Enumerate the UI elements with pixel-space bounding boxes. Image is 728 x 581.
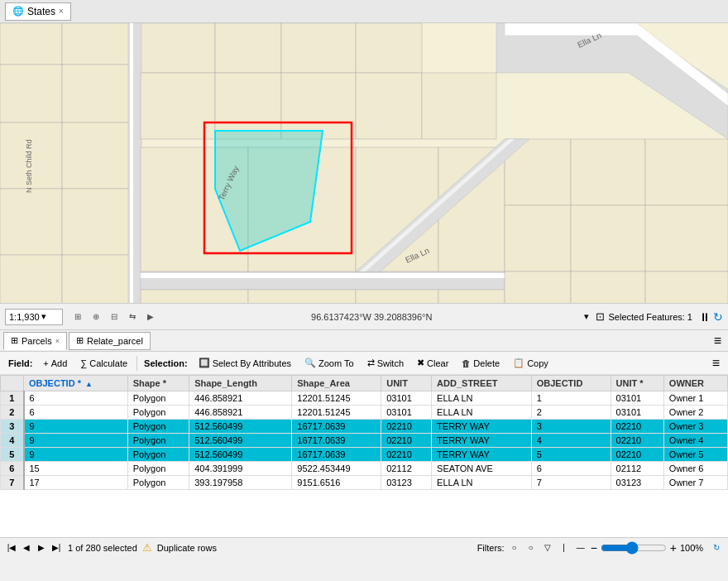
table-row[interactable]: 615Polygon404.3919999522.45344902112SEAT…	[1, 462, 728, 476]
parcels-table-icon: ⊞	[11, 335, 18, 346]
attribute-table[interactable]: OBJECTID * ▲ Shape * Shape_Length Shape_…	[0, 375, 728, 537]
svg-rect-37	[645, 139, 728, 205]
svg-rect-7	[356, 23, 422, 73]
clear-icon: ✖	[417, 358, 424, 368]
cell-unit: 02210	[381, 448, 432, 462]
filter-icon-3[interactable]: ▽	[541, 541, 554, 555]
col-header-shape[interactable]: Shape *	[127, 376, 189, 391]
zoom-to-label: Zoom To	[318, 358, 354, 368]
cell-street: TERRY WAY	[432, 434, 532, 448]
svg-rect-38	[505, 205, 571, 271]
cell-length: 512.560499	[189, 448, 292, 462]
clear-label: Clear	[427, 358, 448, 368]
cell-oid: 9	[24, 420, 128, 434]
col-header-oid[interactable]: OBJECTID * ▲	[24, 376, 128, 391]
table-row[interactable]: 59Polygon512.56049916717.063902210TERRY …	[1, 448, 728, 462]
zoom-plus[interactable]: +	[670, 541, 677, 555]
zoom-slider[interactable]	[601, 542, 667, 554]
pause-icon[interactable]: ⏸	[699, 310, 711, 324]
cell-unit2: 03123	[611, 476, 663, 490]
control-btns: ⏸ ↻	[699, 310, 723, 324]
last-record-icon[interactable]: ▶|	[50, 541, 63, 555]
cell-oid2: 3	[531, 420, 611, 434]
copy-label: Copy	[527, 358, 548, 368]
table-row[interactable]: 16Polygon446.85892112201.5124503101ELLA …	[1, 391, 728, 406]
duplicate-rows-label: Duplicate rows	[157, 543, 217, 553]
toolbar-menu[interactable]: ≡	[709, 356, 723, 371]
first-record-icon[interactable]: |◀	[5, 541, 18, 555]
prev-record-icon[interactable]: ◀	[20, 541, 33, 555]
filter-icon-5[interactable]: —	[574, 541, 587, 555]
filter-icon-1[interactable]: ○	[508, 541, 521, 555]
col-header-unit[interactable]: UNIT	[381, 376, 432, 391]
zoom-minus[interactable]: −	[591, 541, 597, 555]
cell-shape: Polygon	[127, 434, 189, 448]
clear-button[interactable]: ✖ Clear	[411, 354, 454, 372]
svg-rect-4	[132, 23, 215, 73]
switch-button[interactable]: ⇄ Switch	[362, 354, 410, 372]
table-options-menu[interactable]: ≡	[711, 334, 725, 348]
layer-tabs: ⊞ Parcels × ⊞ Relate_parcel ≡	[0, 330, 728, 352]
svg-rect-14	[0, 189, 62, 255]
zoom-in-icon[interactable]: ⊕	[88, 309, 104, 325]
cell-area: 16717.0639	[292, 448, 381, 462]
row-number: 3	[1, 420, 24, 434]
table-body: 16Polygon446.85892112201.5124503101ELLA …	[1, 391, 728, 490]
layer-tab-parcels[interactable]: ⊞ Parcels ×	[3, 332, 67, 350]
cell-owner: Owner 7	[663, 476, 727, 490]
title-tab[interactable]: 🌐 States ×	[5, 2, 71, 21]
table-row[interactable]: 49Polygon512.56049916717.063902210TERRY …	[1, 434, 728, 448]
pan-icon[interactable]: ⇆	[124, 309, 141, 325]
filter-icon-4[interactable]: |	[558, 541, 571, 555]
table-row[interactable]: 39Polygon512.56049916717.063902210TERRY …	[1, 420, 728, 434]
cell-owner: Owner 6	[663, 462, 727, 476]
cell-area: 16717.0639	[292, 434, 381, 448]
map-area[interactable]: Ella Ln Terry Way Ella Ln N Seth Child R…	[0, 23, 728, 329]
select-by-attrs-button[interactable]: 🔲 Select By Attributes	[193, 354, 297, 372]
table-row[interactable]: 26Polygon446.85892112201.5124503101ELLA …	[1, 406, 728, 420]
title-close[interactable]: ×	[59, 7, 64, 16]
row-number: 7	[1, 476, 24, 490]
calculate-button[interactable]: ∑ Calculate	[74, 354, 133, 372]
cell-oid: 15	[24, 462, 128, 476]
coord-dropdown[interactable]: ▾	[584, 311, 589, 322]
copy-button[interactable]: 📋 Copy	[507, 354, 554, 372]
table-row[interactable]: 717Polygon393.1979589151.651603123ELLA L…	[1, 476, 728, 490]
warning-icon: ⚠	[142, 541, 152, 554]
filter-icon-2[interactable]: ○	[524, 541, 538, 555]
zoom-to-button[interactable]: 🔍 Zoom To	[299, 354, 360, 372]
svg-rect-15	[62, 189, 132, 255]
forward-icon[interactable]: ▶	[142, 309, 159, 325]
selected-icon: ⊡	[596, 310, 605, 323]
field-label: Field:	[5, 358, 36, 368]
svg-rect-5	[215, 23, 281, 73]
cell-area: 12201.51245	[292, 406, 381, 420]
col-header-oid2[interactable]: OBJECTID	[531, 376, 611, 391]
col-header-street[interactable]: ADD_STREET	[432, 376, 532, 391]
cell-oid: 6	[24, 406, 128, 420]
delete-label: Delete	[473, 358, 500, 368]
delete-icon: 🗑	[462, 358, 471, 368]
refresh-icon[interactable]: ↻	[713, 310, 723, 324]
parcels-tab-close[interactable]: ×	[55, 337, 60, 345]
col-header-unit2[interactable]: UNIT *	[611, 376, 663, 391]
table-icon[interactable]: ⊞	[69, 309, 86, 325]
grid-icon[interactable]: ⊟	[106, 309, 122, 325]
attribute-table-area: ⊞ Parcels × ⊞ Relate_parcel ≡ Field: + A…	[0, 329, 728, 557]
calculate-icon: ∑	[80, 358, 87, 368]
cell-length: 446.858921	[189, 391, 292, 406]
scale-dropdown[interactable]: 1:1,930 ▾	[5, 309, 63, 325]
cell-oid2: 4	[531, 434, 611, 448]
delete-button[interactable]: 🗑 Delete	[456, 354, 505, 372]
col-header-area[interactable]: Shape_Area	[292, 376, 381, 391]
row-number: 1	[1, 391, 24, 406]
refresh-table-icon[interactable]: ↻	[710, 541, 723, 555]
col-header-owner[interactable]: OWNER	[663, 376, 727, 391]
separator-1	[136, 356, 137, 371]
add-button[interactable]: + Add	[37, 354, 73, 372]
layer-tab-relate[interactable]: ⊞ Relate_parcel	[69, 332, 151, 350]
cell-oid2: 1	[531, 391, 611, 406]
next-record-icon[interactable]: ▶	[35, 541, 48, 555]
col-header-length[interactable]: Shape_Length	[189, 376, 292, 391]
svg-rect-3	[62, 23, 132, 65]
